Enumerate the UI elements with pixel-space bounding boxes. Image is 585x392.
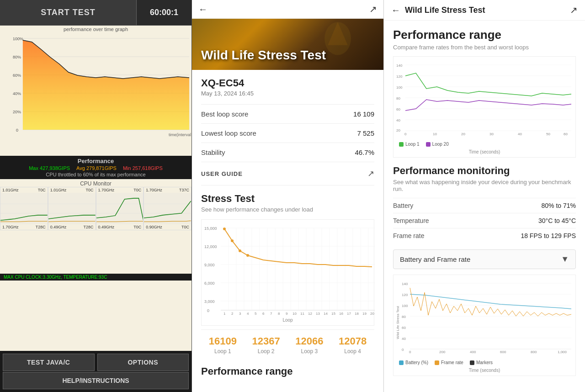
user-guide-text: USER GUIDE xyxy=(201,170,243,177)
loop-scores: 16109 Loop 1 12367 Loop 2 12066 Loop 3 1… xyxy=(201,329,374,358)
svg-text:12: 12 xyxy=(308,312,312,315)
svg-text:600: 600 xyxy=(500,350,506,354)
temperature-label: Temperature xyxy=(393,217,429,224)
monitoring-subtitle: See what was happening inside your devic… xyxy=(393,179,576,192)
monitoring-section: Performance monitoring See what was happ… xyxy=(393,165,576,376)
result-row-stability: Stability 46.7% xyxy=(201,143,374,162)
loop-3-value: 12066 xyxy=(295,335,323,347)
svg-marker-12 xyxy=(23,40,189,130)
dropdown-arrow-icon: ▼ xyxy=(561,254,569,264)
loop-2-value: 12367 xyxy=(252,335,280,347)
right-perf-range-chart: 140 120 100 80 60 40 20 xyxy=(393,56,576,158)
device-date: May 13, 2024 16:45 xyxy=(201,90,374,97)
result-rows: Best loop score 16 109 Lowest loop score… xyxy=(201,104,374,162)
cpu-cell-1: 1.01GHz T0C 1.70GHz T28C xyxy=(0,187,48,230)
svg-text:20: 20 xyxy=(461,132,465,136)
loop-1-value: 16109 xyxy=(209,335,237,347)
graph-label: performance over time graph xyxy=(0,26,191,32)
mid-nav: ← ↗ xyxy=(192,0,383,19)
svg-text:8: 8 xyxy=(278,312,280,315)
svg-text:time(interval 10min): time(interval 10min) xyxy=(169,132,191,137)
stability-label: Stability xyxy=(201,148,225,156)
svg-text:30: 30 xyxy=(489,132,494,136)
svg-text:11: 11 xyxy=(300,312,304,315)
test-java-button[interactable]: TEST JAVA/C xyxy=(3,354,95,371)
right-content: Performance range Compare frame rates fr… xyxy=(384,21,585,383)
result-row-best: Best loop score 16 109 xyxy=(201,105,374,124)
right-nav: ← Wild Life Stress Test ↗ xyxy=(384,0,585,21)
svg-text:0: 0 xyxy=(404,132,407,136)
stability-value: 46.7% xyxy=(355,148,374,156)
svg-point-61 xyxy=(239,249,241,252)
cpu-cell-4-temp-bot: T0C xyxy=(181,225,189,229)
cpu-cell-4-freq-bot: 0.90GHz xyxy=(146,225,162,229)
legend-markers: Markers xyxy=(470,360,493,365)
performance-graph-area: performance over time graph 100% 80% 60%… xyxy=(0,26,191,156)
left-panel: START TEST 60:00:1 performance over time… xyxy=(0,0,192,392)
cpu-cell-2-freq-top: 1.01GHz xyxy=(50,188,67,192)
svg-text:1,000: 1,000 xyxy=(558,350,567,354)
stress-title: Stress Test xyxy=(201,193,374,205)
mid-hero: Wild Life Stress Test xyxy=(192,19,383,70)
svg-text:20: 20 xyxy=(370,312,374,315)
bottom-chart-area: Wild Life Stress Test 140 120 100 80 60 … xyxy=(393,275,576,376)
svg-text:9: 9 xyxy=(286,312,288,315)
svg-text:0: 0 xyxy=(409,350,411,354)
start-test-button[interactable]: START TEST xyxy=(0,0,137,25)
right-back-icon[interactable]: ← xyxy=(391,5,400,16)
loop-2-label: Loop 2 xyxy=(252,348,280,355)
monitoring-framerate-row: Frame rate 18 FPS to 129 FPS xyxy=(393,228,576,243)
svg-text:0: 0 xyxy=(16,128,18,132)
cpu-cell-2-temp-top: T0C xyxy=(85,188,93,192)
mid-content: XQ-EC54 May 13, 2024 16:45 Best loop sco… xyxy=(192,70,383,392)
dropdown-label: Battery and Frame rate xyxy=(400,255,470,263)
lowest-loop-label: Lowest loop score xyxy=(201,129,256,137)
svg-text:140: 140 xyxy=(402,282,408,286)
svg-point-62 xyxy=(246,254,249,257)
legend-loop20: Loop 20 xyxy=(426,142,449,147)
svg-text:9,000: 9,000 xyxy=(204,263,215,267)
cpu-max-info: MAX CPU CLOCK:3.30GHz, TEMPERATURE:93C xyxy=(0,274,191,281)
svg-text:0: 0 xyxy=(207,308,209,313)
performance-graph-svg: 100% 80% 60% 40% 20% 0 xyxy=(0,32,191,148)
svg-text:60: 60 xyxy=(564,132,568,136)
battery-framerate-dropdown[interactable]: Battery and Frame rate ▼ xyxy=(393,249,576,269)
svg-text:80: 80 xyxy=(402,315,406,319)
svg-text:60: 60 xyxy=(396,107,400,111)
loop-score-2: 12367 Loop 2 xyxy=(252,335,280,355)
svg-text:3,000: 3,000 xyxy=(204,299,215,304)
right-share-icon[interactable]: ↗ xyxy=(570,5,578,16)
options-button[interactable]: OPTIONS xyxy=(97,354,189,371)
loop-4-label: Loop 4 xyxy=(339,348,367,355)
svg-point-59 xyxy=(223,228,226,230)
svg-text:40%: 40% xyxy=(13,91,21,96)
svg-rect-17 xyxy=(48,195,96,223)
svg-text:100: 100 xyxy=(402,304,408,308)
monitoring-temp-row: Temperature 30°C to 45°C xyxy=(393,213,576,228)
battery-value: 80% to 71% xyxy=(542,202,576,209)
help-instructions-button[interactable]: HELP/INSTRUCTIONS xyxy=(3,372,189,389)
svg-text:40: 40 xyxy=(518,132,522,136)
cpu-cell-4-freq-top: 1.70GHz xyxy=(146,188,162,192)
svg-rect-14 xyxy=(0,195,48,223)
cpu-cell-2: 1.01GHz T0C 0.49GHz T28C xyxy=(48,187,96,230)
perf-max: Max 427,938GIPS xyxy=(29,165,70,171)
best-loop-value: 16 109 xyxy=(353,110,374,118)
cpu-cell-3-temp-bot: T0C xyxy=(133,225,141,229)
svg-text:80: 80 xyxy=(396,96,400,101)
svg-text:18: 18 xyxy=(355,312,359,315)
svg-text:12,000: 12,000 xyxy=(204,244,217,249)
cpu-cell-2-temp-bot: T28C xyxy=(83,225,93,229)
user-guide-row[interactable]: USER GUIDE ↗ xyxy=(201,162,374,185)
cpu-cell-3-temp-top: T0C xyxy=(133,188,141,192)
cpu-cell-3-freq-top: 1.70GHz xyxy=(98,188,115,192)
bottom-buttons: TEST JAVA/C OPTIONS HELP/INSTRUCTIONS xyxy=(0,351,191,392)
share-icon-top[interactable]: ↗ xyxy=(369,4,377,15)
user-guide-share-icon[interactable]: ↗ xyxy=(367,169,374,179)
mid-panel: ← ↗ Wild Life Stress Test XQ-EC54 May 13… xyxy=(192,0,384,392)
back-icon[interactable]: ← xyxy=(198,4,207,15)
stress-chart-svg: 15,000 12,000 9,000 6,000 3,000 0 xyxy=(203,223,377,315)
svg-point-60 xyxy=(231,239,234,242)
legend-battery-label: Battery (%) xyxy=(405,360,428,365)
cpu-monitor: CPU Monitor 1.01GHz T0C 1.70GHz T28C xyxy=(0,179,191,351)
